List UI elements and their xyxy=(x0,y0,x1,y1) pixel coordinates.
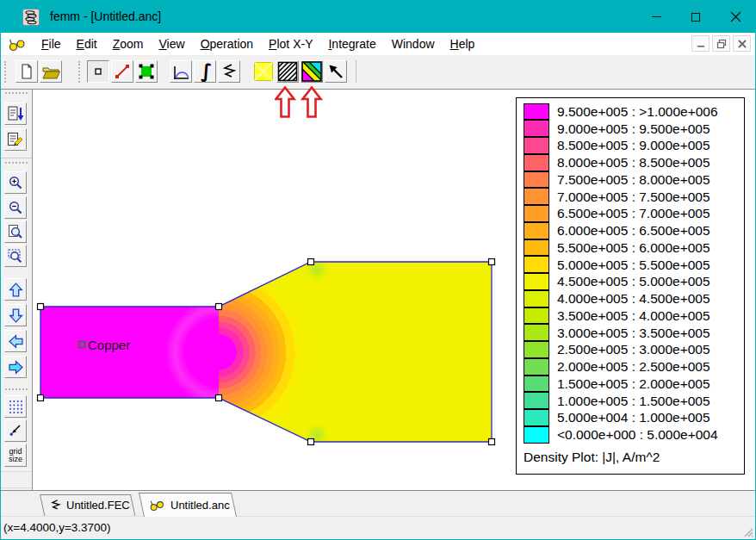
legend-row: 8.000e+005 : 8.500e+005 xyxy=(524,154,744,171)
zoom-window-button[interactable] xyxy=(4,245,27,267)
pan-right-button[interactable] xyxy=(4,356,27,378)
node[interactable] xyxy=(308,439,314,445)
main-area: grid size xyxy=(1,90,755,492)
legend-row: 3.000e+005 : 3.500e+005 xyxy=(524,325,744,342)
grid-size-button[interactable]: grid size xyxy=(4,444,27,467)
legend-row: 9.500e+005 : >1.000e+006 xyxy=(524,103,744,121)
legend-range-label: 4.000e+005 : 4.500e+005 xyxy=(557,291,710,307)
tab-label: Untitled.FEC xyxy=(66,499,130,512)
annotation-arrow-up xyxy=(303,88,321,117)
density-plot-button[interactable] xyxy=(301,60,323,83)
maximize-button[interactable] xyxy=(676,1,716,33)
mdi-minimize-button[interactable] xyxy=(691,35,710,52)
maximize-icon xyxy=(691,13,700,22)
node[interactable] xyxy=(216,304,222,310)
tab-untitled-fec[interactable]: Untitled.FEC xyxy=(40,494,131,516)
legend-range-label: 5.500e+005 : 6.000e+005 xyxy=(557,240,710,256)
copper-block-wide[interactable] xyxy=(219,262,492,442)
toolbar-grip[interactable] xyxy=(78,61,80,83)
node[interactable] xyxy=(216,395,222,401)
pan-up-button[interactable] xyxy=(4,278,27,301)
legend-color-swatch xyxy=(524,341,549,358)
block-mode-button[interactable] xyxy=(135,60,158,83)
menu-window[interactable]: Window xyxy=(384,34,443,54)
toolbar-grip[interactable] xyxy=(5,162,28,164)
side-toolbar: grid size xyxy=(1,90,33,492)
show-mesh-button[interactable] xyxy=(252,60,275,83)
edit-properties-button[interactable] xyxy=(4,128,27,151)
plot-xy-button[interactable] xyxy=(170,60,192,83)
pan-left-button[interactable] xyxy=(4,330,27,352)
legend-range-label: 3.000e+005 : 3.500e+005 xyxy=(557,326,710,341)
grid-size-label: grid size xyxy=(5,448,26,463)
smoothing-button[interactable] xyxy=(218,60,240,83)
show-grid-button[interactable] xyxy=(4,395,27,418)
new-document-icon xyxy=(18,63,35,80)
legend-row: 1.500e+005 : 2.000e+005 xyxy=(524,376,744,393)
sidebar-separator xyxy=(1,487,32,488)
low-density-spot xyxy=(301,419,332,450)
menu-file[interactable]: File xyxy=(34,34,69,54)
minimize-button[interactable] xyxy=(636,1,676,33)
contour-mode-button[interactable] xyxy=(111,60,133,83)
zoom-out-button[interactable] xyxy=(4,196,27,219)
menu-integrate[interactable]: Integrate xyxy=(320,34,383,54)
legend-range-label: 2.500e+005 : 3.000e+005 xyxy=(557,342,710,357)
legend-color-swatch xyxy=(524,120,549,137)
tab-untitled-anc[interactable]: Untitled.anc xyxy=(139,493,232,517)
window-title: femm - [Untitled.anc] xyxy=(50,9,161,23)
resize-grip[interactable] xyxy=(741,525,753,537)
document-tab-strip: Untitled.FEC Untitled.anc xyxy=(1,490,755,516)
legend-color-swatch xyxy=(524,171,549,189)
pan-down-button[interactable] xyxy=(4,304,27,326)
node[interactable] xyxy=(308,259,314,265)
legend-row: 6.500e+005 : 7.000e+005 xyxy=(524,206,744,223)
menu-zoom[interactable]: Zoom xyxy=(105,34,152,54)
grid-dots-icon xyxy=(8,399,23,414)
new-document-button[interactable] xyxy=(15,60,38,83)
open-results-button[interactable] xyxy=(4,102,27,125)
mdi-close-button[interactable] xyxy=(733,35,751,52)
density-plot-icon xyxy=(301,61,322,82)
menu-help[interactable]: Help xyxy=(443,34,483,54)
postprocessor-glasses-icon xyxy=(8,37,27,52)
point-values-mode-button[interactable] xyxy=(87,60,109,83)
node[interactable] xyxy=(489,259,495,265)
node[interactable] xyxy=(38,304,44,310)
mdi-restore-button[interactable] xyxy=(712,35,730,52)
menu-plot-x-y[interactable]: Plot X-Y xyxy=(261,34,320,54)
legend-color-swatch xyxy=(524,205,549,222)
legend-row: 7.500e+005 : 8.000e+005 xyxy=(524,171,744,189)
legend-rows: 9.500e+005 : >1.000e+0069.000e+005 : 9.5… xyxy=(524,103,744,444)
zoom-natural-button[interactable] xyxy=(4,220,27,243)
open-file-button[interactable] xyxy=(40,60,62,83)
open-folder-icon xyxy=(41,63,60,80)
snap-to-grid-button[interactable] xyxy=(4,419,27,442)
contour-plot-button[interactable] xyxy=(276,60,299,83)
node[interactable] xyxy=(489,439,495,445)
menu-edit[interactable]: Edit xyxy=(69,34,105,54)
model-canvas[interactable]: Copper 9.500e+005 : >1.000e+0069.000e+00… xyxy=(34,90,755,492)
close-button[interactable] xyxy=(716,1,755,33)
block-label-text[interactable]: Copper xyxy=(88,338,130,352)
mdi-close-icon xyxy=(738,40,747,48)
left-arrow-icon xyxy=(9,334,23,349)
toolbar-grip[interactable] xyxy=(5,388,28,390)
legend-row: 8.500e+005 : 9.000e+005 xyxy=(524,138,744,155)
menu-operation[interactable]: Operation xyxy=(193,34,261,54)
zigzag-icon xyxy=(221,63,237,80)
legend-row: 1.000e+005 : 1.500e+005 xyxy=(524,393,744,410)
toolbar-grip[interactable] xyxy=(4,61,6,83)
legend-row: 2.000e+005 : 2.500e+005 xyxy=(524,358,744,376)
legend-row: 2.500e+005 : 3.000e+005 xyxy=(524,342,744,359)
line-integral-button[interactable]: ∫ xyxy=(194,60,216,83)
status-bar: (x=4.4000,y=3.3700) xyxy=(1,516,755,539)
node[interactable] xyxy=(38,395,44,401)
toolbar: ∫ xyxy=(1,56,755,90)
title-bar: femm - [Untitled.anc] xyxy=(1,1,755,33)
toolbar-grip[interactable] xyxy=(5,92,28,94)
menu-view[interactable]: View xyxy=(152,34,193,54)
vector-plot-button[interactable] xyxy=(325,60,347,83)
snap-to-grid-icon xyxy=(8,423,23,438)
zoom-in-button[interactable] xyxy=(4,171,27,194)
